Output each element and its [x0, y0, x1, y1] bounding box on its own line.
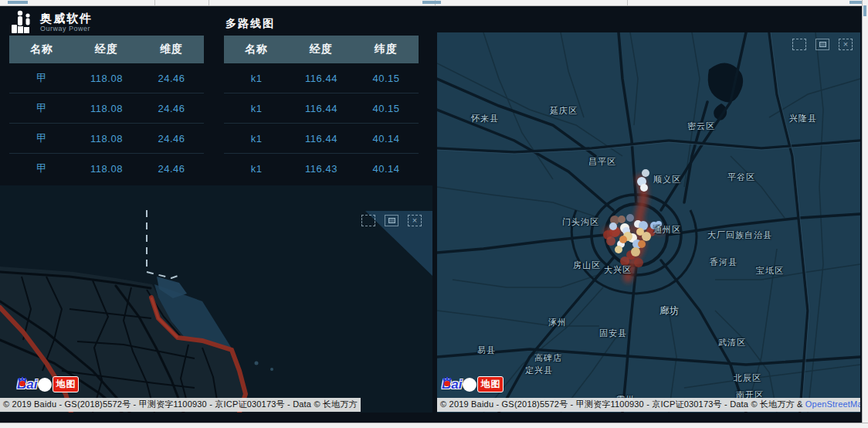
cell: 116.44	[289, 73, 354, 84]
col-name: 名称	[9, 42, 74, 56]
box-zoom-icon[interactable]	[815, 39, 829, 50]
scrollbar-thumb[interactable]	[422, 1, 441, 4]
dashboard-root: { "brand": { "name": "奥威软件", "sub": "Our…	[0, 0, 868, 428]
left-baidu-map[interactable]: × Bai 地图 © 2019 Baidu - GS(2018)5572号 - …	[0, 185, 432, 413]
district-label: 武清区	[718, 337, 746, 348]
cell: k1	[224, 163, 289, 175]
podium-people-icon	[11, 9, 34, 34]
route-table-header: 名称 经度 纬度	[224, 36, 419, 63]
cell: 116.44	[289, 133, 354, 144]
right-baidu-map[interactable]: 怀来县 延庆区 密云区 兴隆县 昌平区 顺义区 平谷区 门头沟区 通州区 大厂回…	[437, 32, 860, 413]
cell: 24.46	[139, 133, 204, 144]
brand-logo: 奥威软件 Ourway Power	[11, 9, 93, 34]
cell: k1	[224, 73, 289, 84]
coords-table: 名称 经度 维度 甲118.0824.46 甲118.0824.46 甲118.…	[9, 36, 204, 178]
brand-subtitle: Ourway Power	[40, 25, 93, 32]
cell: 24.46	[139, 163, 204, 175]
cell: 甲	[9, 101, 74, 115]
col-longitude: 经度	[289, 42, 354, 56]
district-label: 大厂回族自治县	[707, 229, 772, 241]
district-label: 房山区	[573, 260, 601, 271]
table-row[interactable]: k1116.4440.15	[224, 63, 419, 93]
district-label: 固安县	[599, 328, 627, 339]
district-label: 门头沟区	[562, 216, 599, 228]
table-row[interactable]: 甲118.0824.46	[9, 124, 204, 154]
cell: 甲	[9, 71, 74, 85]
copyright-text: © 2019 Baidu - GS(2018)5572号 - 甲测资字11009…	[440, 399, 805, 409]
right-map-copyright: © 2019 Baidu - GS(2018)5572号 - 甲测资字11009…	[437, 398, 860, 412]
baidu-maps-logo[interactable]: Bai 地图	[442, 376, 504, 392]
city-label: 廊坊	[659, 304, 680, 318]
clear-selection-icon[interactable]: ×	[408, 215, 422, 226]
cell: 24.46	[139, 103, 204, 114]
district-label: 涿州	[548, 317, 567, 328]
multi-route-title: 多路线图	[225, 17, 275, 31]
district-label: 易县	[477, 345, 496, 356]
cell: 24.46	[139, 73, 204, 84]
district-label: 定兴县	[525, 365, 553, 376]
right-map-canvas	[437, 32, 860, 413]
baidu-ditu-badge: 地图	[477, 376, 504, 392]
cell: 118.08	[74, 163, 139, 175]
cell: 118.08	[74, 73, 139, 84]
district-label: 通州区	[653, 224, 681, 236]
col-name: 名称	[224, 42, 289, 56]
cell: 118.08	[74, 133, 139, 144]
cell: 40.15	[354, 73, 419, 84]
district-label: 昌平区	[588, 156, 616, 168]
cell: 40.15	[354, 103, 419, 114]
baidu-paw-icon	[38, 378, 52, 392]
table-row[interactable]: k1116.4440.15	[224, 93, 419, 124]
table-row[interactable]: 甲118.0824.46	[9, 63, 204, 93]
district-label: 高碑店	[534, 352, 562, 364]
baidu-paw-icon	[463, 378, 476, 392]
dashed-measure-line	[147, 210, 180, 278]
cell: 116.43	[289, 163, 354, 175]
col-latitude: 维度	[139, 42, 204, 56]
route-table: 名称 经度 纬度 k1116.4440.15 k1116.4440.15 k11…	[224, 36, 419, 178]
district-label: 延庆区	[550, 105, 578, 117]
table-row[interactable]: 甲118.0824.46	[9, 93, 204, 124]
col-latitude: 纬度	[354, 42, 419, 56]
table-row[interactable]: 甲118.0824.46	[9, 154, 204, 178]
table-row[interactable]: k1116.4340.14	[224, 154, 419, 178]
cell: 甲	[9, 131, 74, 145]
district-label: 香河县	[710, 256, 737, 268]
district-label: 顺义区	[653, 174, 681, 185]
box-zoom-icon[interactable]	[385, 215, 398, 226]
bottom-scrollbar[interactable]	[0, 423, 868, 428]
district-label: 北辰区	[734, 372, 761, 384]
top-ruler[interactable]	[0, 0, 868, 6]
baidu-ditu-badge: 地图	[53, 376, 79, 392]
scrollbar-thumb[interactable]	[8, 1, 28, 4]
scrollbar-thumb[interactable]	[863, 5, 866, 16]
table-row[interactable]: k1116.4440.14	[224, 124, 419, 154]
cell: 甲	[9, 161, 74, 175]
right-map-toolbar: ×	[792, 39, 853, 50]
copyright-text: © 2019 Baidu - GS(2018)5572号 - 甲测资字11009…	[3, 399, 358, 409]
district-label: 兴隆县	[789, 113, 817, 124]
district-label: 平谷区	[727, 172, 755, 183]
box-zoom-inner	[819, 42, 826, 47]
cell: k1	[224, 103, 289, 114]
left-map-copyright: © 2019 Baidu - GS(2018)5572号 - 甲测资字11009…	[0, 398, 361, 412]
district-label: 宝坻区	[756, 265, 784, 277]
col-longitude: 经度	[74, 42, 139, 56]
coords-table-header: 名称 经度 维度	[9, 36, 204, 63]
district-label: 怀来县	[471, 113, 499, 124]
baidu-maps-logo[interactable]: Bai 地图	[17, 376, 79, 392]
district-label: 密云区	[687, 121, 715, 132]
cell: 118.08	[74, 103, 139, 114]
right-scrollbar[interactable]	[862, 0, 868, 428]
cell: 116.44	[289, 103, 354, 114]
cell: k1	[224, 133, 289, 144]
marquee-select-icon[interactable]	[361, 215, 375, 226]
openstreetmap-link[interactable]: OpenStreetMap	[805, 399, 860, 409]
left-map-toolbar: ×	[361, 215, 422, 226]
clear-selection-icon[interactable]: ×	[839, 39, 853, 50]
marquee-select-icon[interactable]	[792, 39, 806, 50]
district-label: 大兴区	[604, 264, 632, 276]
cell: 40.14	[354, 163, 419, 175]
box-zoom-inner	[388, 218, 395, 223]
cell: 40.14	[354, 133, 419, 144]
